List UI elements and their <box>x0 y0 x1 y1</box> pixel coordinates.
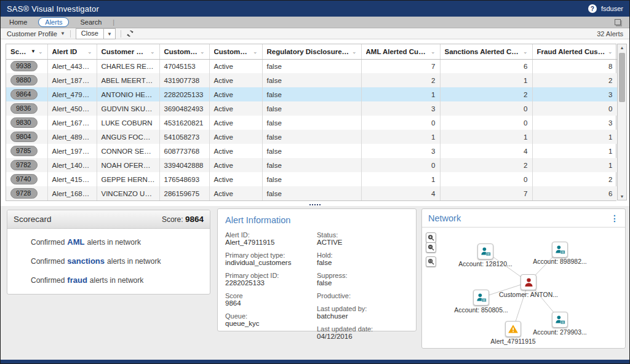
column-menu-icon[interactable]: ⌄ <box>349 49 357 55</box>
scroll-down-icon[interactable]: ▼ <box>618 194 626 199</box>
network-node-account-128120[interactable] <box>477 243 493 259</box>
window-icon[interactable] <box>615 19 621 25</box>
score-badge: 9864 <box>10 89 38 100</box>
alert-id-cell: Alert_14066391 <box>47 158 97 172</box>
aml-cell: 4 <box>361 186 440 200</box>
sanctions-cell: 4 <box>440 144 532 158</box>
table-row[interactable]: 9864Alert_47911915ANTONIO HENDRICK228202… <box>6 87 617 101</box>
scrollbar-thumb[interactable] <box>619 53 625 102</box>
scroll-up-icon[interactable]: ▲ <box>618 46 626 50</box>
table-row[interactable]: 9728Alert_16862268VINCENZO UDINESE286159… <box>6 186 617 200</box>
customer-profile-dropdown[interactable]: Customer Profile ▼ <box>7 30 65 38</box>
app-banner: SAS® Visual Investigator ? fsduser <box>1 1 629 17</box>
scorecard-panel: Scorecard Score: 9864 ConfirmedAMLalerts… <box>7 210 210 295</box>
zoom-fit-button[interactable] <box>426 256 436 267</box>
network-node-label: Account: 898982... <box>533 258 587 265</box>
table-row[interactable]: 9836Alert_45085241GUDVIN SKURDAL36904824… <box>6 101 617 116</box>
score-badge: 9785 <box>10 146 38 156</box>
table-row[interactable]: 9740Alert_41501475GEPPE HERNÁDEZ17654869… <box>6 172 617 186</box>
column-header[interactable]: AML Alerted Customers⌄ <box>361 44 440 59</box>
network-node-account-850805[interactable] <box>473 290 489 306</box>
close-button[interactable]: Close ▼ <box>76 28 116 39</box>
sanctions-cell: 2 <box>440 158 532 172</box>
table-row[interactable]: 9785Alert_19761777CONNOR SEABROOK6087737… <box>6 144 617 158</box>
column-menu-icon[interactable]: ⌄ <box>250 49 258 55</box>
scorecard-header: Scorecard Score: 9864 <box>7 210 210 229</box>
alert-info-field: Queue:queue_kyc <box>225 312 317 327</box>
customer-id-cell: 431907738 <box>159 73 209 87</box>
network-node-account-898982[interactable] <box>552 242 568 258</box>
column-header[interactable]: Customer S...⌄ <box>209 44 262 59</box>
customer-id-cell: 286159675 <box>159 186 209 200</box>
customer-id-cell: 4531620821 <box>159 116 209 130</box>
column-menu-icon[interactable]: ⌄ <box>428 49 436 55</box>
zoom-out-button[interactable] <box>426 242 436 253</box>
network-node-label: Account: 128120... <box>458 260 512 267</box>
rule-keyword-link[interactable]: AML <box>65 237 87 247</box>
column-header[interactable]: Sanctions Alerted Customers⌄ <box>440 44 532 59</box>
column-header[interactable]: Alert ID⌄ <box>47 44 97 59</box>
column-header[interactable]: Fraud Alerted Customers⌄ <box>532 44 617 59</box>
column-header[interactable]: Score▼⌄ <box>6 44 47 59</box>
table-row[interactable]: 9782Alert_14066391NOAH OFERRALL339404288… <box>6 158 617 172</box>
score-badge: 9804 <box>10 132 38 142</box>
table-row[interactable]: 9830Alert_16778987LUKE COBURN4531620821A… <box>6 116 617 130</box>
rule-keyword-link[interactable]: sanctions <box>65 256 107 266</box>
customer-name-cell: ABEL MEERTENS <box>97 73 159 87</box>
field-label: Status: <box>317 231 409 239</box>
customer-status-cell: Active <box>209 87 262 101</box>
kebab-menu-icon[interactable]: ⋮ <box>610 214 619 223</box>
column-menu-icon[interactable]: ⌄ <box>197 49 205 55</box>
sanctions-cell: 6 <box>440 59 532 73</box>
network-node-customer-anton[interactable] <box>520 274 536 290</box>
tab-alerts[interactable]: Alerts <box>38 17 69 27</box>
column-menu-icon[interactable]: ⌄ <box>36 49 43 55</box>
tab-search[interactable]: Search <box>80 18 102 26</box>
score-cell: 9830 <box>6 116 47 130</box>
fraud-cell: 2 <box>532 73 617 87</box>
field-label: Alert ID: <box>225 231 317 239</box>
customer-status-cell: Active <box>209 130 262 144</box>
zoom-in-button[interactable] <box>426 232 436 243</box>
column-label: Regulatory Disclosure Indicator <box>267 48 349 55</box>
field-label: Last updated date: <box>317 325 409 333</box>
score-value: 9864 <box>185 215 204 224</box>
account-icon <box>555 245 565 255</box>
close-dropdown-arrow[interactable]: ▼ <box>104 28 116 39</box>
rule-keyword-link[interactable]: fraud <box>65 275 90 285</box>
column-label: AML Alerted Customers <box>366 48 428 55</box>
toolbar-divider <box>70 30 71 38</box>
refresh-button[interactable] <box>126 30 134 38</box>
field-value: 04/12/2016 <box>317 333 409 340</box>
regulatory-cell: false <box>262 87 361 101</box>
table-row[interactable]: 9880Alert_18730775ABEL MEERTENS431907738… <box>6 73 617 87</box>
network-node-alert-47911915[interactable] <box>505 321 521 337</box>
network-title: Network <box>428 213 461 223</box>
column-header[interactable]: Customer ID⌄ <box>159 44 209 59</box>
network-canvas[interactable]: Account: 128120...Account: 898982...Cust… <box>422 228 625 348</box>
column-menu-icon[interactable]: ⌄ <box>520 49 528 55</box>
column-menu-icon[interactable]: ⌄ <box>148 49 155 55</box>
table-row[interactable]: 9804Alert_48984404ANGUS FOCKEN541058273A… <box>6 130 617 144</box>
score-cell: 9864 <box>6 87 47 101</box>
help-icon[interactable]: ? <box>588 4 597 13</box>
tab-home[interactable]: Home <box>9 18 27 26</box>
customer-name-cell: CONNOR SEABROOK <box>97 144 159 158</box>
aml-cell: 1 <box>361 130 440 144</box>
column-menu-icon[interactable]: ⌄ <box>605 49 613 55</box>
network-node-account-279903[interactable] <box>552 312 568 328</box>
column-menu-icon[interactable]: ⌄ <box>85 49 92 55</box>
close-button-label[interactable]: Close <box>76 28 104 39</box>
table-row[interactable]: 9938Alert_44329495CHARLES READE47045153A… <box>6 59 617 73</box>
zoom-out-icon <box>428 244 434 251</box>
table-scrollbar[interactable]: ▲ ▼ <box>617 44 627 200</box>
column-header[interactable]: Customer Name⌄ <box>97 44 159 59</box>
network-node-label: Account: 850805... <box>454 306 508 314</box>
customer-id-cell: 47045153 <box>159 59 209 73</box>
aml-cell: 7 <box>361 59 440 73</box>
user-menu[interactable]: fsduser <box>601 5 623 12</box>
fraud-cell: 0 <box>532 101 617 116</box>
column-header[interactable]: Regulatory Disclosure Indicator⌄ <box>262 44 361 59</box>
field-label: Last updated by: <box>317 305 409 312</box>
alert-id-cell: Alert_45085241 <box>47 101 97 116</box>
